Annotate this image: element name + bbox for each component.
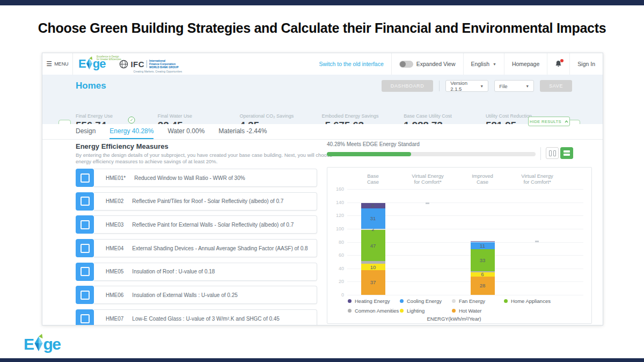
measure-checkbox[interactable] [76, 192, 94, 211]
section-heading: Energy Efficiency Measures [76, 142, 169, 150]
measure-card[interactable]: HME03Reflective Paint for External Walls… [94, 215, 317, 234]
measure-row-hme02: HME02Reflective Paint/Tiles for Roof - S… [76, 192, 317, 211]
section-description: By entering the design details of your s… [76, 152, 332, 165]
measure-row-hme06: HME06Insulation of External Walls : U-va… [76, 286, 317, 304]
legend-label: Lighting [407, 308, 425, 314]
slide-title: Choose Green Building Strategies and Cal… [0, 20, 644, 36]
measure-card[interactable]: HME01*Reduced Window to Wall Ratio - WWR… [94, 169, 317, 187]
checkbox-icon [80, 291, 90, 300]
measure-code: HME01* [106, 175, 126, 181]
measure-checkbox[interactable] [76, 169, 94, 187]
expanded-view-toggle[interactable] [399, 61, 413, 68]
column-header-line: Case [457, 179, 508, 185]
checkbox-icon [80, 220, 90, 229]
bar-value-label: 6 [481, 272, 484, 277]
bar-segment-common-amenities [361, 261, 385, 264]
file-select[interactable]: File ▼ [494, 80, 534, 92]
y-tick-label: 120 [330, 213, 344, 218]
legend-item-common-amenities: Common Amenities [348, 308, 400, 314]
bar-value-label: 11 [480, 243, 485, 249]
row-view-icon [564, 154, 570, 156]
tab-design[interactable]: Design [76, 124, 96, 139]
measure-card[interactable]: HME04External Shading Devices - Annual A… [94, 239, 317, 257]
hide-results-button[interactable]: HIDE RESULTS [528, 117, 570, 126]
progress-fill [327, 152, 411, 156]
column-view-button[interactable] [546, 147, 559, 159]
legend-dot-icon [452, 299, 456, 303]
measure-text: External Shading Devices - Annual Averag… [132, 245, 308, 251]
bar-segment-cooling-energy: 11 [471, 242, 495, 250]
bar-value-label: 28 [480, 283, 486, 288]
dashboard-button[interactable]: DASHBOARD [382, 80, 433, 92]
edge-diamond-icon [33, 333, 44, 353]
bar-value-label: 31 [370, 216, 376, 221]
measure-code: HME06 [106, 292, 123, 298]
checkbox-icon [80, 173, 90, 183]
legend-dot-icon [452, 309, 456, 313]
metric-label: Operational CO₂ Savings [240, 113, 322, 119]
measure-checkbox[interactable] [76, 215, 94, 234]
measure-text: Reflective Paint/Tiles for Roof - Solar … [132, 198, 283, 204]
language-label: English [471, 61, 489, 67]
measure-card[interactable]: HME07Low-E Coated Glass : U-value of 3 W… [94, 309, 317, 325]
homepage-link[interactable]: Homepage [504, 53, 547, 75]
switch-old-interface-link[interactable]: Switch to the old interface [312, 53, 391, 75]
measure-card[interactable]: HME06Insulation of External Walls : U-va… [94, 286, 317, 304]
measure-card[interactable]: HME05Insulation of Roof : U-value of 0.1… [94, 263, 317, 281]
page-title: Homes [76, 81, 106, 91]
edge-diamond-icon [85, 56, 93, 71]
tab-materials-2-44[interactable]: Materials -2.44% [218, 124, 267, 139]
legend-row: Heating EnergyCooling EnergyFan EnergyHo… [348, 298, 551, 304]
bar-segment-heating-energy: 8 [361, 203, 385, 208]
legend-dot-icon [400, 299, 404, 303]
measure-checkbox[interactable] [76, 286, 94, 304]
measure-checkbox[interactable] [76, 263, 94, 281]
edge-logo[interactable]: E ge Excellence in Design for Greater Ef… [78, 53, 105, 75]
globe-icon [119, 60, 128, 69]
tab-energy-40-28[interactable]: ✓Energy 40.28% [109, 124, 153, 139]
metric-label: Final Energy Use [76, 113, 158, 119]
edge-letter-e: E [78, 58, 86, 70]
measure-code: HME03 [106, 222, 123, 228]
bottom-navy-bar [0, 358, 644, 362]
measure-row-hme07: HME07Low-E Coated Glass : U-value of 3 W… [76, 309, 317, 325]
version-select[interactable]: Version 2.1.5 ▼ [445, 80, 488, 92]
tab-water-0-00[interactable]: Water 0.00% [167, 124, 204, 139]
language-dropdown[interactable]: English ▼ [464, 53, 504, 75]
virtual-energy-marker [535, 241, 539, 242]
edge-footer-logo: E ge [24, 333, 61, 356]
measure-row-hme05: HME05Insulation of Roof : U-value of 0.1… [76, 263, 317, 281]
menu-label: MENU [54, 61, 69, 67]
chevron-up-icon [565, 120, 568, 123]
screen: Choose Green Building Strategies and Cal… [0, 0, 644, 362]
toolbar-separator [439, 81, 440, 91]
save-button[interactable]: SAVE [540, 80, 572, 92]
top-navy-bar [0, 0, 644, 5]
notifications-button[interactable] [547, 53, 569, 75]
bar-segment-hot-water: 28 [471, 277, 495, 295]
gridline [347, 295, 583, 295]
y-tick-label: 100 [330, 226, 344, 231]
notification-badge [560, 59, 564, 62]
measure-text: Insulation of Roof : U-value of 0.18 [132, 269, 215, 274]
row-view-button[interactable] [560, 147, 573, 159]
chart-legend: Heating EnergyCooling EnergyFan EnergyHo… [348, 298, 551, 317]
sign-in-button[interactable]: Sign In [570, 53, 603, 75]
measure-card[interactable]: HME02Reflective Paint/Tiles for Roof - S… [94, 192, 317, 211]
gridline [347, 189, 583, 190]
measure-checkbox[interactable] [76, 309, 94, 325]
chevron-down-icon: ▼ [525, 84, 529, 88]
column-header-line: Case [347, 179, 399, 185]
chevron-down-icon: ▼ [493, 62, 496, 66]
legend-label: Home Appliances [511, 298, 551, 304]
tabs: Design✓Energy 40.28%Water 0.00%Materials… [76, 124, 267, 139]
bar-segment-home-appliances: 47 [361, 230, 385, 261]
column-header-line: Base [347, 173, 399, 179]
menu-button[interactable]: ☰ MENU [42, 53, 73, 75]
measure-row-hme03: HME03Reflective Paint for External Walls… [76, 215, 317, 234]
column-header-line: for Comfort* [402, 179, 453, 185]
app-header: ☰ MENU E ge Excellence in Design [42, 53, 603, 75]
ifc-logo[interactable]: IFC International Finance Corporation WO… [119, 53, 178, 75]
measure-checkbox[interactable] [76, 239, 94, 257]
expanded-view-control: Expanded View [392, 53, 463, 75]
